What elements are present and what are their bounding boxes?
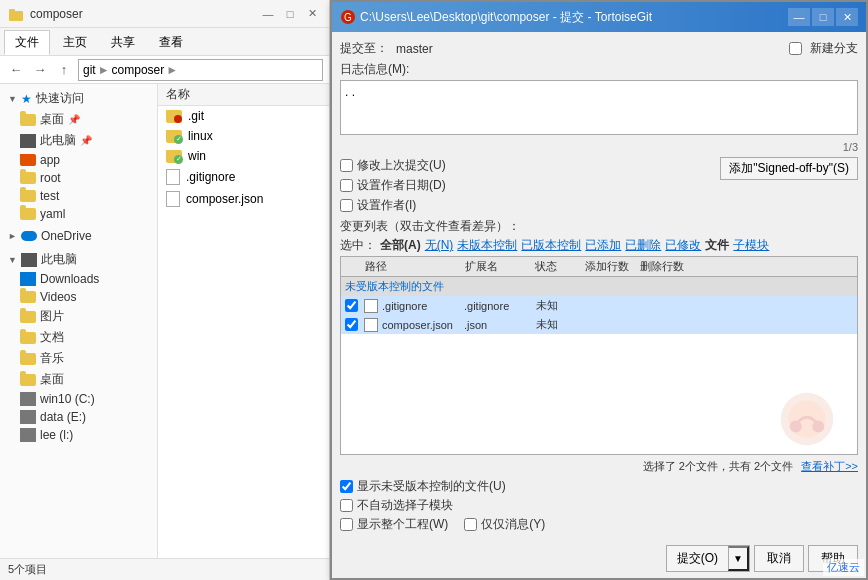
forward-btn[interactable]: → <box>30 60 50 80</box>
tab-files[interactable]: 文件 <box>705 237 729 254</box>
sidebar-label-quickaccess: 快速访问 <box>36 90 84 107</box>
file-item-gitignore[interactable]: .gitignore <box>158 166 329 188</box>
sidebar-header-quickaccess[interactable]: ▼ ★ 快速访问 <box>0 88 157 109</box>
dialog-close-btn[interactable]: ✕ <box>836 8 858 26</box>
tab-none[interactable]: 无(N) <box>425 237 454 254</box>
row-check-composerjson[interactable] <box>345 318 358 331</box>
breadcrumb-git[interactable]: git <box>83 63 96 77</box>
commit-to-label: 提交至： <box>340 40 388 57</box>
file-item-win[interactable]: ✓ win <box>158 146 329 166</box>
folder-icon-desktop <box>20 114 36 126</box>
tab-modified[interactable]: 已修改 <box>665 237 701 254</box>
explorer-close-btn[interactable]: ✕ <box>303 6 321 22</box>
no-auto-select-label[interactable]: 不自动选择子模块 <box>340 497 858 514</box>
svg-text:G: G <box>344 12 352 23</box>
row-check-gitignore[interactable] <box>345 299 358 312</box>
file-item-linux[interactable]: ✓ linux <box>158 126 329 146</box>
sidebar-item-app[interactable]: app <box>0 151 157 169</box>
sidebar-item-thispc[interactable]: 此电脑 📌 <box>0 130 157 151</box>
file-item-git[interactable]: .git <box>158 106 329 126</box>
amend-label-text: 修改上次提交(U) <box>357 157 446 174</box>
explorer-minimize-btn[interactable]: — <box>259 6 277 22</box>
ribbon: 文件 主页 共享 查看 <box>0 28 329 56</box>
table-row-gitignore[interactable]: .gitignore .gitignore 未知 <box>341 296 857 315</box>
table-row-composerjson[interactable]: composer.json .json 未知 <box>341 315 857 334</box>
breadcrumb[interactable]: git ► composer ► <box>78 59 323 81</box>
bottom-checkboxes: 显示未受版本控制的文件(U) 不自动选择子模块 显示整个工程(W) 仅仅消息(Y… <box>340 478 858 533</box>
tab-versioned[interactable]: 已版本控制 <box>521 237 581 254</box>
commit-btn-dropdown[interactable]: ▼ <box>728 546 749 571</box>
add-signed-btn[interactable]: 添加"Signed-off-by"(S) <box>720 157 858 180</box>
author-date-checkbox-label[interactable]: 设置作者日期(D) <box>340 177 446 194</box>
log-label: 日志信息(M): <box>340 61 858 78</box>
sidebar-item-yaml[interactable]: yaml <box>0 205 157 223</box>
sidebar-item-drive-c[interactable]: win10 (C:) <box>0 390 157 408</box>
tortoisegit-dialog: G C:\Users\Lee\Desktop\git\composer - 提交… <box>330 0 868 580</box>
ribbon-tab-share[interactable]: 共享 <box>100 30 146 55</box>
git-ok-folder-icon-win: ✓ <box>166 150 182 163</box>
sidebar-item-test[interactable]: test <box>0 187 157 205</box>
show-whole-project-checkbox[interactable] <box>340 518 353 531</box>
chevron-thispc: ▼ <box>8 255 17 265</box>
log-section: 日志信息(M): . . <box>340 61 858 135</box>
no-auto-select-checkbox[interactable] <box>340 499 353 512</box>
sidebar-header-thispc[interactable]: ▼ 此电脑 <box>0 249 157 270</box>
sidebar-header-onedrive[interactable]: ► OneDrive <box>0 227 157 245</box>
explorer-window: composer — □ ✕ 文件 主页 共享 查看 ← → ↑ git ► c… <box>0 0 330 580</box>
cancel-btn[interactable]: 取消 <box>754 545 804 572</box>
show-unversioned-checkbox[interactable] <box>340 480 353 493</box>
sidebar-item-desktop2[interactable]: 桌面 <box>0 369 157 390</box>
tab-deleted[interactable]: 已删除 <box>625 237 661 254</box>
sidebar-item-music[interactable]: 音乐 <box>0 348 157 369</box>
sidebar-label-pictures: 图片 <box>40 308 64 325</box>
commit-btn-main[interactable]: 提交(O) <box>667 546 728 571</box>
summary-row: 选择了 2个文件，共有 2个文件 查看补丁>> <box>340 459 858 474</box>
sidebar-item-desktop[interactable]: 桌面 📌 <box>0 109 157 130</box>
tab-all[interactable]: 全部(A) <box>380 237 421 254</box>
sidebar-section-onedrive: ► OneDrive <box>0 227 157 245</box>
ribbon-tab-view[interactable]: 查看 <box>148 30 194 55</box>
view-diff-link[interactable]: 查看补丁>> <box>801 459 858 474</box>
dialog-maximize-btn[interactable]: □ <box>812 8 834 26</box>
show-unversioned-label[interactable]: 显示未受版本控制的文件(U) <box>340 478 858 495</box>
sidebar-label-thispc: 此电脑 <box>41 251 77 268</box>
amend-checkbox[interactable] <box>340 159 353 172</box>
set-author-checkbox[interactable] <box>340 199 353 212</box>
set-author-checkbox-label[interactable]: 设置作者(I) <box>340 197 446 214</box>
ribbon-tab-file[interactable]: 文件 <box>4 30 50 55</box>
folder-icon-test <box>20 190 36 202</box>
only-messages-label[interactable]: 仅仅消息(Y) <box>464 516 545 533</box>
tab-submodules[interactable]: 子模块 <box>733 237 769 254</box>
amend-checkbox-label[interactable]: 修改上次提交(U) <box>340 157 446 174</box>
log-textarea[interactable]: . . <box>340 80 858 135</box>
sidebar-item-documents[interactable]: 文档 <box>0 327 157 348</box>
back-btn[interactable]: ← <box>6 60 26 80</box>
new-branch-checkbox[interactable] <box>789 42 802 55</box>
ribbon-tab-home[interactable]: 主页 <box>52 30 98 55</box>
pin-icon-desktop: 📌 <box>68 114 80 125</box>
set-author-label-text: 设置作者(I) <box>357 197 416 214</box>
sidebar-item-drive-l[interactable]: lee (l:) <box>0 426 157 444</box>
sidebar-item-drive-e[interactable]: data (E:) <box>0 408 157 426</box>
author-date-checkbox[interactable] <box>340 179 353 192</box>
row-path-composerjson: composer.json <box>382 319 462 331</box>
dialog-minimize-btn[interactable]: — <box>788 8 810 26</box>
sidebar-item-pictures[interactable]: 图片 <box>0 306 157 327</box>
explorer-maximize-btn[interactable]: □ <box>281 6 299 22</box>
changes-table: 路径 扩展名 状态 添加行数 删除行数 未受版本控制的文件 .gitignore <box>340 256 858 455</box>
sidebar-item-root[interactable]: root <box>0 169 157 187</box>
tab-unversioned[interactable]: 未版本控制 <box>457 237 517 254</box>
show-whole-project-label[interactable]: 显示整个工程(W) <box>340 516 448 533</box>
breadcrumb-composer[interactable]: composer <box>112 63 165 77</box>
file-item-composerjson[interactable]: composer.json <box>158 188 329 210</box>
sidebar-item-downloads[interactable]: Downloads <box>0 270 157 288</box>
col-header-add: 添加行数 <box>585 259 640 274</box>
group-header-unversioned[interactable]: 未受版本控制的文件 <box>341 277 857 296</box>
explorer-main: ▼ ★ 快速访问 桌面 📌 此电脑 📌 app <box>0 84 329 558</box>
only-messages-checkbox[interactable] <box>464 518 477 531</box>
file-list-header: 名称 <box>158 84 329 106</box>
sidebar-item-videos[interactable]: Videos <box>0 288 157 306</box>
tab-added[interactable]: 已添加 <box>585 237 621 254</box>
row-ext-gitignore: .gitignore <box>464 300 534 312</box>
up-btn[interactable]: ↑ <box>54 60 74 80</box>
